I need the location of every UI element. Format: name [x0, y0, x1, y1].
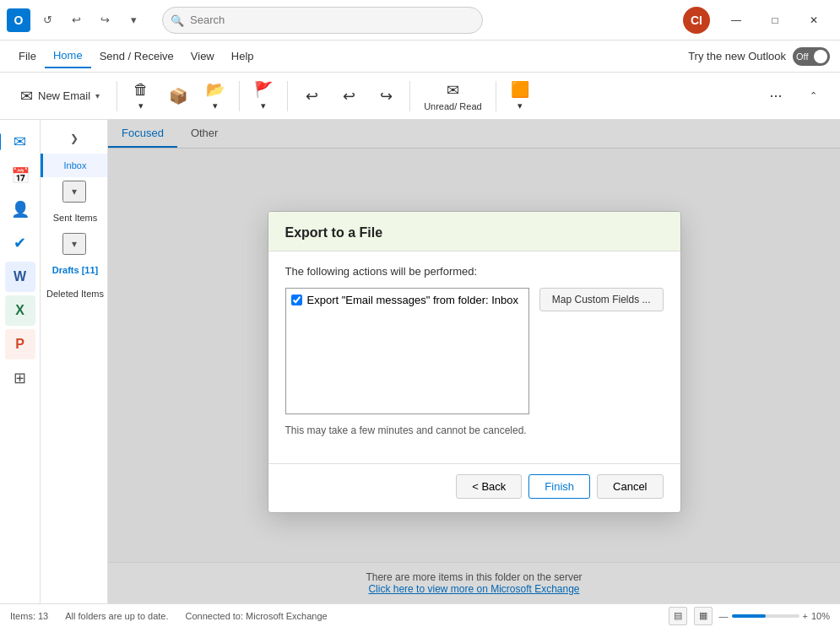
search-icon: 🔍: [171, 14, 184, 26]
maximize-button[interactable]: □: [756, 7, 794, 34]
flag-button[interactable]: 🚩 ▾: [247, 77, 280, 115]
collapse-sent-button[interactable]: ▾: [62, 233, 86, 255]
cancel-button[interactable]: Cancel: [597, 474, 663, 499]
close-button[interactable]: ✕: [794, 7, 833, 34]
dropdown-title-button[interactable]: ▾: [122, 8, 145, 32]
new-email-button[interactable]: ✉ New Email ▾: [10, 82, 110, 111]
menu-send-receive[interactable]: Send / Receive: [91, 45, 182, 68]
people-sidebar-icon: 👤: [11, 200, 30, 219]
active-bar: [0, 133, 1, 150]
user-avatar[interactable]: CI: [683, 7, 710, 34]
sidebar-item-people[interactable]: 👤: [5, 194, 35, 224]
undo-title-button[interactable]: ↩: [64, 8, 88, 32]
mail-sidebar-icon: ✉: [14, 132, 26, 151]
title-bar: O ↺ ↩ ↪ ▾ 🔍 CI — □ ✕: [0, 0, 840, 41]
new-email-label: New Email: [38, 89, 90, 102]
dialog-footer: < Back Finish Cancel: [268, 474, 680, 512]
sidebar-item-excel[interactable]: X: [5, 295, 35, 326]
archive-button[interactable]: 📦: [161, 84, 195, 109]
folder-deleted[interactable]: Deleted Items: [41, 282, 107, 305]
view-reading-button[interactable]: ▦: [694, 607, 713, 625]
ppt-sidebar-icon: P: [15, 337, 24, 352]
flag-dropdown-icon: ▾: [261, 100, 266, 111]
reply-all-icon: ↩: [343, 87, 355, 105]
try-new-outlook-label: Try the new Outlook: [688, 50, 786, 62]
redo-title-button[interactable]: ↪: [93, 8, 117, 32]
dialog-actions-row: Export "Email messages" from folder: Inb…: [285, 288, 664, 414]
try-new-outlook-toggle[interactable]: Off: [793, 47, 830, 66]
sidebar-item-mail[interactable]: ✉: [5, 127, 35, 157]
export-list-item: Export "Email messages" from folder: Inb…: [291, 294, 523, 306]
dialog-description: The following actions will be performed:: [285, 265, 664, 278]
new-email-dropdown-icon: ▾: [95, 91, 100, 100]
icon-sidebar: ✉ 📅 👤 ✔ W X P ⊞: [0, 120, 41, 603]
new-email-icon: ✉: [20, 87, 33, 105]
dialog-title: Export to a File: [285, 225, 664, 241]
sidebar-item-word[interactable]: W: [5, 262, 35, 292]
more-button[interactable]: ···: [759, 84, 793, 108]
undo-ribbon-button[interactable]: ↩: [295, 84, 328, 109]
zoom-slider[interactable]: [732, 614, 799, 618]
menu-help[interactable]: Help: [223, 45, 263, 68]
dialog-overlay: Export to a File The following actions w…: [108, 120, 840, 603]
folder-drafts[interactable]: Drafts [11]: [41, 258, 107, 282]
zoom-plus-icon: +: [803, 611, 808, 621]
forward-icon: ↪: [380, 87, 393, 105]
sync-status: All folders are up to date.: [65, 611, 168, 621]
sidebar-item-ppt[interactable]: P: [5, 329, 35, 359]
export-list: Export "Email messages" from folder: Inb…: [285, 288, 529, 414]
dialog-body: The following actions will be performed:…: [268, 251, 680, 450]
move-button[interactable]: 📂 ▾: [198, 77, 232, 115]
export-checkbox[interactable]: [291, 295, 302, 305]
dialog-divider: [268, 463, 680, 464]
flag-icon: 🚩: [254, 80, 273, 99]
folder-inbox[interactable]: Inbox: [41, 154, 107, 177]
unread-read-button[interactable]: ✉ Unread/ Read: [417, 78, 489, 115]
status-bar-right: ▤ ▦ — + 10%: [669, 607, 830, 625]
categorize-button[interactable]: 🟧 ▾: [503, 77, 537, 115]
more-icon: ···: [769, 87, 782, 105]
collapse-inbox-button[interactable]: ▾: [62, 181, 86, 203]
finish-button[interactable]: Finish: [528, 474, 590, 499]
view-normal-button[interactable]: ▤: [669, 607, 687, 625]
reply-all-button[interactable]: ↩: [332, 84, 366, 109]
export-dialog: Export to a File The following actions w…: [268, 211, 681, 513]
back-button[interactable]: < Back: [456, 474, 522, 499]
status-bar: Items: 13 All folders are up to date. Co…: [0, 603, 840, 627]
categorize-icon: 🟧: [511, 80, 529, 99]
categorize-dropdown-icon: ▾: [518, 100, 523, 111]
menu-file[interactable]: File: [10, 45, 45, 68]
map-custom-fields-button[interactable]: Map Custom Fields ...: [539, 288, 664, 311]
collapse-ribbon-icon: ⌃: [810, 90, 817, 101]
sidebar-item-apps[interactable]: ⊞: [5, 363, 35, 393]
menu-view[interactable]: View: [182, 45, 223, 68]
collapse-ribbon-button[interactable]: ⌃: [796, 87, 830, 105]
unread-read-icon: ✉: [447, 81, 459, 100]
toggle-thumb: [814, 50, 827, 63]
minimize-button[interactable]: —: [717, 7, 756, 34]
collapse-folder-button[interactable]: ❯: [62, 127, 86, 150]
search-input[interactable]: [162, 7, 483, 34]
sidebar-item-calendar[interactable]: 📅: [5, 160, 35, 191]
delete-icon: 🗑: [133, 81, 149, 99]
folder-sent[interactable]: Sent Items: [41, 206, 107, 230]
delete-button[interactable]: 🗑 ▾: [124, 78, 158, 115]
forward-button[interactable]: ↪: [369, 84, 403, 109]
content-area: Focused Other ✉ Select an item to read N…: [108, 120, 840, 603]
ribbon-separator-1: [117, 81, 117, 111]
excel-sidebar-icon: X: [15, 303, 24, 318]
archive-icon: 📦: [169, 87, 187, 105]
refresh-button[interactable]: ↺: [35, 8, 59, 32]
main-layout: ✉ 📅 👤 ✔ W X P ⊞ ❯ Inbox ▾ Sent Items ▾ D…: [0, 120, 840, 603]
ribbon-right: ··· ⌃: [759, 84, 830, 108]
ribbon-separator-3: [287, 81, 288, 111]
calendar-sidebar-icon: 📅: [11, 166, 30, 185]
items-count: Items: 13: [10, 611, 48, 621]
dialog-warning: This may take a few minutes and cannot b…: [285, 424, 664, 436]
sidebar-item-tasks[interactable]: ✔: [5, 228, 35, 258]
word-sidebar-icon: W: [14, 269, 26, 284]
unread-read-label: Unread/ Read: [424, 101, 482, 111]
move-dropdown-icon: ▾: [213, 100, 218, 111]
title-bar-left: O ↺ ↩ ↪ ▾: [7, 8, 145, 32]
menu-home[interactable]: Home: [45, 44, 91, 68]
